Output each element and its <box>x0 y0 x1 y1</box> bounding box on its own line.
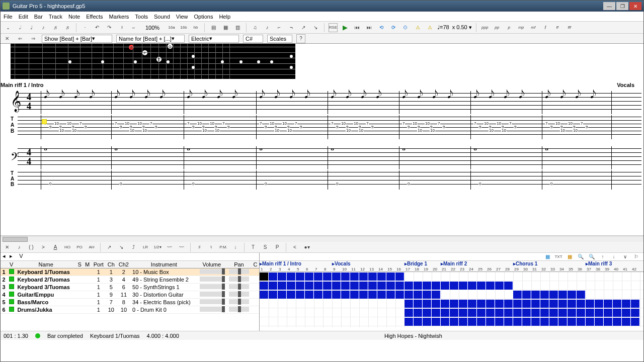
note-whole-icon[interactable]: 𝅝 <box>3 23 12 32</box>
menu-sound[interactable]: Sound <box>154 14 170 20</box>
table-row[interactable]: 4Guitar/Emppu191130 - Distortion Guitar <box>1 291 259 299</box>
show-combo[interactable]: Show [Beat] + [Bar] ▾ <box>42 35 112 43</box>
triplet-icon[interactable]: hb <box>191 23 200 32</box>
pull-icon[interactable]: PO <box>75 243 84 252</box>
menu-bar[interactable]: Bar <box>34 14 43 20</box>
note-sixteenth-icon[interactable]: ♬ <box>51 23 60 32</box>
slide-icon[interactable]: ↗ <box>105 243 114 252</box>
dyn-mf-icon[interactable]: mf <box>529 23 538 32</box>
view-vertical-icon[interactable]: ▥ <box>233 23 242 32</box>
wah-icon[interactable]: ●▾ <box>302 243 311 252</box>
track-next-icon[interactable]: ▸ <box>8 253 15 260</box>
dyn-fff-icon[interactable]: fff <box>565 23 574 32</box>
track-col-header[interactable]: Ch <box>106 261 117 268</box>
slide-legato-icon[interactable]: ⤴ <box>129 243 138 252</box>
track-col-header[interactable]: Name <box>16 261 75 268</box>
dead-note-icon[interactable]: ✕ <box>3 243 12 252</box>
dyn-ppp-icon[interactable]: ppp <box>480 23 490 32</box>
track-col-header[interactable] <box>1 261 7 268</box>
tl-v-icon[interactable]: ∨ <box>620 253 629 261</box>
dotted-icon[interactable]: · <box>80 23 90 32</box>
tempo-double-icon[interactable]: 16b <box>179 23 188 32</box>
timeline-row[interactable] <box>260 299 643 308</box>
multitrack-icon[interactable]: ♫ <box>251 23 260 32</box>
staccato-icon[interactable]: A <box>51 243 60 252</box>
text-p-icon[interactable]: P <box>273 243 282 252</box>
table-row[interactable]: 5Bass/Marco17834 - Electric Bass (pick) <box>1 299 259 306</box>
track-col-header[interactable]: M <box>83 261 91 268</box>
let-ring-icon[interactable]: LR <box>141 243 150 252</box>
accent-icon[interactable]: ( ) <box>27 243 36 252</box>
tuning-combo[interactable]: Electric ▾ <box>189 35 239 43</box>
loop-icon[interactable]: ⟲ <box>377 23 386 32</box>
dyn-f-icon[interactable]: f <box>541 23 550 32</box>
menu-file[interactable]: File <box>4 14 13 20</box>
next-button[interactable]: ⏭ <box>365 23 374 32</box>
help-icon[interactable]: ? <box>296 34 305 43</box>
menu-options[interactable]: Options <box>194 14 213 20</box>
table-row[interactable]: 1Keyboard 1/Tuomas11210 - Music Box <box>1 268 259 276</box>
menu-markers[interactable]: Markers <box>109 14 129 20</box>
bracket1-icon[interactable]: ⌐ <box>275 23 284 32</box>
note-eighth-icon[interactable]: ♪ <box>39 23 48 32</box>
menu-track[interactable]: Track <box>49 14 62 20</box>
vibrato-icon[interactable]: 〰 <box>165 243 174 252</box>
menu-effects[interactable]: Effects <box>86 14 103 20</box>
tl-down-icon[interactable]: ↓ <box>609 253 618 261</box>
track-col-header[interactable]: Ch2 <box>117 261 131 268</box>
dyn-mp-icon[interactable]: mp <box>517 23 526 32</box>
text-t-icon[interactable]: T <box>249 243 258 252</box>
tie-icon[interactable]: ⌣ <box>129 23 138 32</box>
arrow-down-icon[interactable]: ↘ <box>311 23 320 32</box>
track-v-header[interactable]: V <box>18 253 25 260</box>
minimize-button[interactable]: — <box>603 2 615 10</box>
zoom-combo[interactable]: 100% <box>141 25 164 31</box>
maximize-button[interactable]: ❐ <box>616 2 628 10</box>
cresc-icon[interactable]: < <box>290 243 299 252</box>
loop-section-icon[interactable]: ⟳ <box>389 23 398 32</box>
scales-combo[interactable]: Scales <box>267 35 292 43</box>
timeline-marker[interactable]: ▸Main riff 2 <box>441 261 467 266</box>
undo-icon[interactable]: ↶ <box>93 23 102 32</box>
close-button[interactable]: ✕ <box>629 2 641 10</box>
prev-button[interactable]: ⏮ <box>353 23 362 32</box>
timeline-row[interactable] <box>260 308 643 317</box>
dyn-pp-icon[interactable]: pp <box>493 23 502 32</box>
note-quarter-icon[interactable]: ♩ <box>27 23 36 32</box>
tl-txt-icon[interactable]: TXT <box>554 253 563 261</box>
track-col-header[interactable]: Volume <box>197 261 226 268</box>
menu-edit[interactable]: Edit <box>19 14 28 20</box>
timeline[interactable]: ▦ TXT ▦ 🔍 🔍 ↑ ↓ ∨ ⚐ 12345678910111213141… <box>260 253 643 331</box>
timeline-grid[interactable] <box>260 272 643 327</box>
track-col-header[interactable]: Port <box>92 261 106 268</box>
metronome-icon[interactable]: ⏲ <box>401 23 410 32</box>
ghost-note-icon[interactable]: ♪ <box>15 243 24 252</box>
wide-vibrato-icon[interactable]: 〰 <box>177 243 186 252</box>
speed-display[interactable]: x 0.50 ▾ <box>452 24 472 31</box>
score-area[interactable]: Main riff 1 / Intro Vocals 𝄞 4 4 𝅘𝅥𝅮𝅘𝅥𝅮𝅘… <box>1 80 643 236</box>
heavy-accent-icon[interactable]: > <box>39 243 48 252</box>
timeline-marker[interactable]: ▸Main riff 3 <box>586 261 612 266</box>
tl-zoom-out-icon[interactable]: 🔍 <box>587 253 596 261</box>
tempo-display[interactable]: ♩=78 <box>437 24 449 31</box>
key-combo[interactable]: C# <box>243 35 263 43</box>
redo-icon[interactable]: ↷ <box>105 23 114 32</box>
grace-icon[interactable]: ♯ <box>195 243 204 252</box>
track-col-header[interactable]: Pan <box>226 261 252 268</box>
dyn-ff-icon[interactable]: ff <box>553 23 562 32</box>
table-row[interactable]: 6Drums/Jukka110100 - Drum Kit 0 <box>1 306 259 314</box>
tuplet-icon[interactable]: 1/2▾ <box>153 243 162 252</box>
tap-icon[interactable]: ↓ <box>231 243 240 252</box>
single-icon[interactable]: ♪ <box>263 23 272 32</box>
timeline-marker[interactable]: ▸Vocals <box>332 261 351 266</box>
tl-grid-icon[interactable]: ▦ <box>543 253 552 261</box>
view-page-icon[interactable]: ▤ <box>209 23 218 32</box>
track-col-header[interactable]: S <box>76 261 83 268</box>
tl-flag-icon[interactable]: ⚐ <box>631 253 640 261</box>
track-col-header[interactable]: V <box>7 261 16 268</box>
warn-icon[interactable]: ⚠ <box>413 23 422 32</box>
right-icon[interactable]: ⇒ <box>29 34 38 43</box>
hammer-icon[interactable]: HO <box>63 243 72 252</box>
menu-tools[interactable]: Tools <box>135 14 148 20</box>
note-half-icon[interactable]: 𝅗𝅥 <box>15 23 24 32</box>
